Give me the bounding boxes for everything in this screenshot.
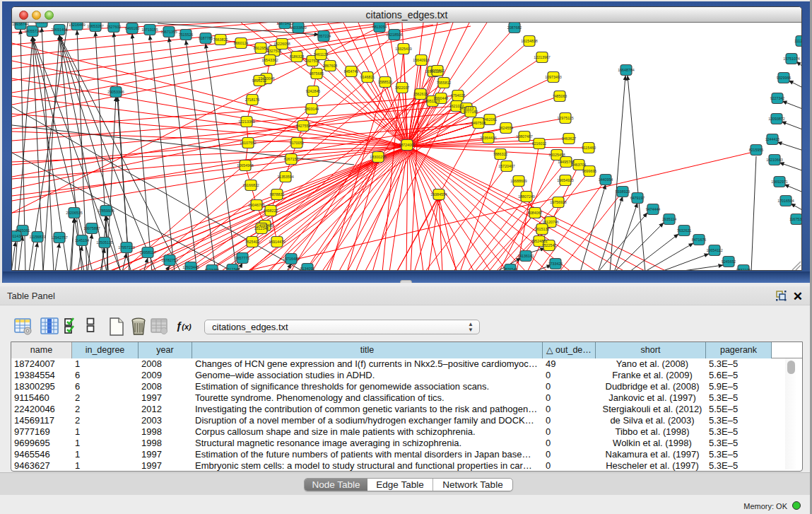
- svg-text:19166822: 19166822: [242, 183, 259, 187]
- svg-text:9896212: 9896212: [252, 78, 267, 83]
- svg-text:9327505: 9327505: [267, 49, 282, 53]
- svg-text:15692971: 15692971: [771, 180, 788, 184]
- svg-text:8267150: 8267150: [284, 157, 299, 161]
- svg-text:2087682: 2087682: [507, 25, 522, 30]
- svg-text:8813054: 8813054: [372, 25, 387, 29]
- svg-text:9084067: 9084067: [528, 211, 543, 215]
- svg-text:12213369: 12213369: [238, 119, 255, 124]
- svg-text:12505135: 12505135: [96, 240, 113, 245]
- svg-text:1244415: 1244415: [765, 137, 780, 141]
- svg-text:8471676: 8471676: [692, 238, 707, 242]
- svg-text:6479197: 6479197: [630, 196, 645, 200]
- svg-text:8215955: 8215955: [749, 148, 764, 152]
- svg-text:2718176: 2718176: [245, 98, 260, 102]
- svg-text:16033809: 16033809: [290, 25, 307, 30]
- svg-text:17016504: 17016504: [777, 199, 794, 203]
- svg-text:16914479: 16914479: [269, 240, 286, 244]
- svg-text:6216012: 6216012: [532, 141, 547, 146]
- svg-text:14136141: 14136141: [517, 254, 534, 258]
- svg-text:8990448: 8990448: [434, 96, 449, 100]
- svg-text:9463704: 9463704: [572, 163, 587, 167]
- svg-text:1588520: 1588520: [378, 80, 393, 84]
- svg-text:11156819: 11156819: [30, 235, 46, 239]
- svg-text:8123456: 8123456: [205, 268, 220, 271]
- svg-text:9876541: 9876541: [503, 267, 518, 271]
- svg-text:9435061: 9435061: [16, 228, 30, 233]
- svg-text:7955812: 7955812: [437, 81, 452, 85]
- svg-text:6497508: 6497508: [471, 121, 486, 125]
- svg-text:8912954: 8912954: [254, 46, 269, 50]
- svg-text:10025458: 10025458: [548, 153, 565, 157]
- svg-text:8660124: 8660124: [234, 41, 249, 45]
- svg-text:1512346: 1512346: [254, 226, 269, 230]
- svg-text:7485063: 7485063: [553, 94, 567, 98]
- svg-text:1440954: 1440954: [599, 177, 613, 182]
- svg-text:9474444: 9474444: [646, 207, 661, 211]
- svg-text:1112584: 1112584: [794, 39, 801, 43]
- svg-text:19046786: 19046786: [248, 203, 265, 207]
- svg-text:19384554: 19384554: [430, 192, 447, 197]
- svg-text:8878832: 8878832: [270, 192, 285, 197]
- svg-text:15720407: 15720407: [498, 164, 515, 168]
- svg-text:12923448: 12923448: [182, 265, 199, 269]
- svg-text:6794028: 6794028: [451, 93, 466, 98]
- svg-text:5461123: 5461123: [314, 52, 328, 57]
- svg-text:19938744: 19938744: [12, 23, 29, 26]
- svg-text:20691406: 20691406: [51, 28, 68, 32]
- svg-text:9242845: 9242845: [306, 89, 321, 93]
- svg-text:10653287: 10653287: [87, 24, 104, 28]
- svg-text:7625402: 7625402: [245, 240, 260, 244]
- svg-text:19654923: 19654923: [557, 178, 574, 182]
- svg-text:7886322: 7886322: [493, 152, 508, 156]
- svg-text:2803144: 2803144: [305, 107, 319, 111]
- svg-text:10719155: 10719155: [141, 28, 158, 32]
- svg-text:20364436: 20364436: [480, 136, 497, 140]
- svg-text:3624554: 3624554: [499, 126, 514, 130]
- svg-text:17957223: 17957223: [118, 245, 135, 250]
- svg-text:15640910: 15640910: [413, 58, 430, 62]
- svg-text:14055721: 14055721: [24, 29, 41, 33]
- svg-text:12942757: 12942757: [51, 235, 68, 240]
- svg-text:9463627: 9463627: [562, 136, 577, 141]
- svg-text:29053346: 29053346: [107, 90, 124, 94]
- svg-text:1733426: 1733426: [548, 262, 563, 266]
- svg-text:6466160: 6466160: [125, 26, 140, 30]
- svg-text:10654968: 10654968: [237, 163, 254, 168]
- svg-text:9329966: 9329966: [777, 76, 792, 80]
- svg-text:9777169: 9777169: [464, 110, 478, 114]
- svg-text:16120746: 16120746: [542, 220, 559, 224]
- svg-text:15751074: 15751074: [783, 57, 800, 61]
- svg-text:17859936: 17859936: [98, 209, 114, 213]
- svg-text:16543362: 16543362: [261, 58, 278, 62]
- svg-text:5938923: 5938923: [616, 189, 630, 194]
- svg-text:9327508: 9327508: [305, 59, 320, 63]
- svg-text:7632621: 7632621: [677, 228, 692, 233]
- svg-text:9146821: 9146821: [360, 75, 375, 79]
- svg-text:19975887: 19975887: [83, 226, 100, 230]
- svg-text:8134091: 8134091: [300, 267, 315, 271]
- svg-text:18300295: 18300295: [370, 155, 387, 159]
- svg-text:16210643: 16210643: [766, 158, 783, 162]
- svg-text:11353594: 11353594: [277, 175, 293, 179]
- svg-text:15716485: 15716485: [283, 257, 300, 261]
- svg-text:10654112: 10654112: [706, 248, 722, 252]
- svg-text:8653287: 8653287: [35, 23, 49, 24]
- svg-text:9657771: 9657771: [235, 256, 250, 260]
- svg-text:16648784: 16648784: [618, 68, 635, 72]
- svg-text:16154838: 16154838: [521, 39, 538, 43]
- svg-text:9699695: 9699695: [582, 169, 597, 173]
- svg-text:3911434: 3911434: [12, 234, 23, 238]
- svg-text:1562615: 1562615: [413, 92, 428, 96]
- svg-text:10807487: 10807487: [516, 134, 533, 139]
- svg-text:20206535: 20206535: [66, 211, 83, 215]
- svg-text:1167533: 1167533: [789, 217, 801, 221]
- svg-text:12975115: 12975115: [557, 116, 573, 120]
- svg-text:1145194: 1145194: [75, 238, 89, 243]
- svg-text:2522541: 2522541: [542, 243, 557, 247]
- svg-text:3822037: 3822037: [395, 86, 410, 90]
- svg-text:7663822: 7663822: [213, 37, 228, 42]
- svg-text:8454749: 8454749: [344, 69, 359, 74]
- svg-text:15216469: 15216469: [69, 23, 86, 27]
- svg-text:9115460: 9115460: [582, 146, 596, 150]
- svg-text:12093872: 12093872: [768, 117, 785, 121]
